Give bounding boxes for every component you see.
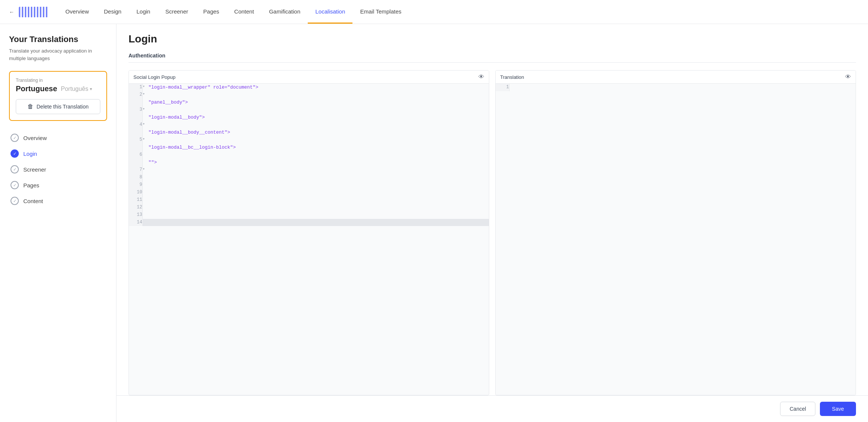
line-arrow: ▾ bbox=[142, 106, 148, 121]
line-arrow: ▾ bbox=[142, 166, 148, 174]
nav-tab-login[interactable]: Login bbox=[129, 0, 158, 24]
line-code[interactable] bbox=[148, 174, 489, 181]
editors-area: Social Login Popup 👁 1▾"login-modal__wra… bbox=[116, 70, 868, 395]
line-code[interactable] bbox=[148, 196, 489, 204]
line-number: 14 bbox=[129, 219, 142, 226]
line-code[interactable] bbox=[148, 219, 489, 226]
sidebar-item-label-login: Login bbox=[23, 151, 37, 157]
nav-tab-overview[interactable]: Overview bbox=[58, 0, 97, 24]
main-layout: Your Translations Translate your advocac… bbox=[0, 24, 868, 422]
check-icon: ✓ bbox=[13, 136, 17, 140]
delete-translation-button[interactable]: 🗑 Delete this Translation bbox=[16, 99, 100, 114]
source-panel-header: Social Login Popup 👁 bbox=[129, 71, 489, 84]
translation-panel-header: Translation 👁 bbox=[496, 71, 856, 84]
line-number: 6 bbox=[129, 151, 142, 166]
nav-tab-screener[interactable]: Screener bbox=[158, 0, 196, 24]
sidebar-item-icon-screener: ✓ bbox=[11, 165, 19, 173]
table-row: 13 bbox=[129, 211, 489, 219]
sidebar-item-login[interactable]: ✓Login bbox=[9, 146, 107, 161]
line-number: 9 bbox=[129, 181, 142, 189]
line-arrow bbox=[142, 196, 148, 204]
line-arrow bbox=[142, 219, 148, 226]
line-code[interactable] bbox=[148, 204, 489, 211]
chevron-down-icon: ▾ bbox=[90, 86, 92, 92]
check-icon: ✓ bbox=[13, 167, 17, 172]
line-arrow: ▾ bbox=[142, 84, 148, 91]
sidebar-item-icon-login: ✓ bbox=[11, 149, 19, 158]
table-row: 3▾ "login-modal__body"> bbox=[129, 106, 489, 121]
sidebar-item-content[interactable]: ✓Content bbox=[9, 193, 107, 209]
cancel-button[interactable]: Cancel bbox=[780, 402, 815, 416]
line-code[interactable] bbox=[148, 181, 489, 189]
content-header: Login Authentication bbox=[116, 24, 868, 70]
line-arrow bbox=[142, 181, 148, 189]
line-number: 4 bbox=[129, 121, 142, 136]
line-number: 11 bbox=[129, 196, 142, 204]
line-number: 13 bbox=[129, 211, 142, 219]
line-code[interactable]: "login-modal__body"> bbox=[148, 106, 489, 121]
sidebar-item-overview[interactable]: ✓Overview bbox=[9, 130, 107, 146]
translation-code-editor[interactable]: 1 bbox=[496, 84, 856, 395]
code-table: 1▾"login-modal__wrapper" role="document"… bbox=[129, 84, 489, 226]
line-code[interactable] bbox=[148, 166, 489, 174]
save-button[interactable]: Save bbox=[820, 402, 856, 416]
line-arrow bbox=[142, 151, 148, 166]
translation-input[interactable] bbox=[510, 85, 576, 90]
table-row: 1 bbox=[496, 84, 856, 91]
back-button[interactable]: ← bbox=[9, 9, 14, 15]
sidebar-subtitle: Translate your advocacy application in m… bbox=[9, 47, 107, 62]
nav-tab-email-templates[interactable]: Email Templates bbox=[352, 0, 409, 24]
translation-eye-icon[interactable]: 👁 bbox=[845, 74, 851, 80]
language-secondary-dropdown[interactable]: Português ▾ bbox=[61, 86, 92, 92]
line-number: 8 bbox=[129, 174, 142, 181]
line-number: 3 bbox=[129, 106, 142, 121]
line-code[interactable]: "login-modal__wrapper" role="document"> bbox=[148, 84, 489, 91]
sidebar-item-label-pages: Pages bbox=[23, 182, 39, 188]
logo-dots bbox=[19, 7, 49, 17]
line-code[interactable]: "login-modal__body__content"> bbox=[148, 121, 489, 136]
source-code-editor[interactable]: 1▾"login-modal__wrapper" role="document"… bbox=[129, 84, 489, 395]
source-eye-icon[interactable]: 👁 bbox=[478, 74, 484, 80]
table-row: 8 bbox=[129, 174, 489, 181]
line-arrow bbox=[142, 189, 148, 196]
table-row: 2▾ "panel__body"> bbox=[129, 91, 489, 106]
table-row: 9 bbox=[129, 181, 489, 189]
content-area: Login Authentication Social Login Popup … bbox=[116, 24, 868, 422]
translation-line-number: 1 bbox=[496, 84, 509, 91]
nav-tab-gamification[interactable]: Gamification bbox=[262, 0, 308, 24]
language-secondary-label: Português bbox=[61, 86, 88, 92]
line-code[interactable] bbox=[148, 189, 489, 196]
sidebar-item-screener[interactable]: ✓Screener bbox=[9, 161, 107, 177]
line-code[interactable]: ""> bbox=[148, 151, 489, 166]
nav-tab-design[interactable]: Design bbox=[97, 0, 129, 24]
line-number: 12 bbox=[129, 204, 142, 211]
check-icon: ✓ bbox=[13, 151, 17, 156]
line-number: 10 bbox=[129, 189, 142, 196]
line-code[interactable] bbox=[148, 211, 489, 219]
sidebar-item-pages[interactable]: ✓Pages bbox=[9, 177, 107, 193]
translation-editor-panel: Translation 👁 1 bbox=[495, 70, 856, 395]
nav-tabs: OverviewDesignLoginScreenerPagesContentG… bbox=[58, 0, 859, 24]
sidebar-nav: ✓Overview✓Login✓Screener✓Pages✓Content bbox=[9, 130, 107, 209]
nav-tab-pages[interactable]: Pages bbox=[196, 0, 227, 24]
nav-logo bbox=[19, 7, 49, 17]
section-label: Authentication bbox=[129, 53, 856, 63]
line-code[interactable]: "panel__body"> bbox=[148, 91, 489, 106]
nav-tab-localisation[interactable]: Localisation bbox=[308, 0, 352, 24]
line-code[interactable]: "login-modal__bc__login-block"> bbox=[148, 136, 489, 151]
sidebar-item-label-content: Content bbox=[23, 198, 43, 204]
line-arrow bbox=[142, 174, 148, 181]
back-arrow-icon: ← bbox=[9, 9, 14, 15]
line-arrow: ▾ bbox=[142, 136, 148, 151]
sidebar-title: Your Translations bbox=[9, 35, 107, 44]
line-number: 1 bbox=[129, 84, 142, 91]
check-icon: ✓ bbox=[13, 199, 17, 203]
source-panel-label: Social Login Popup bbox=[133, 74, 175, 80]
table-row: 11 bbox=[129, 196, 489, 204]
line-arrow: ▾ bbox=[142, 91, 148, 106]
line-number: 5 bbox=[129, 136, 142, 151]
nav-tab-content[interactable]: Content bbox=[227, 0, 262, 24]
table-row: 10 bbox=[129, 189, 489, 196]
content-title: Login bbox=[129, 33, 856, 45]
table-row: 5▾ "login-modal__bc__login-block"> bbox=[129, 136, 489, 151]
